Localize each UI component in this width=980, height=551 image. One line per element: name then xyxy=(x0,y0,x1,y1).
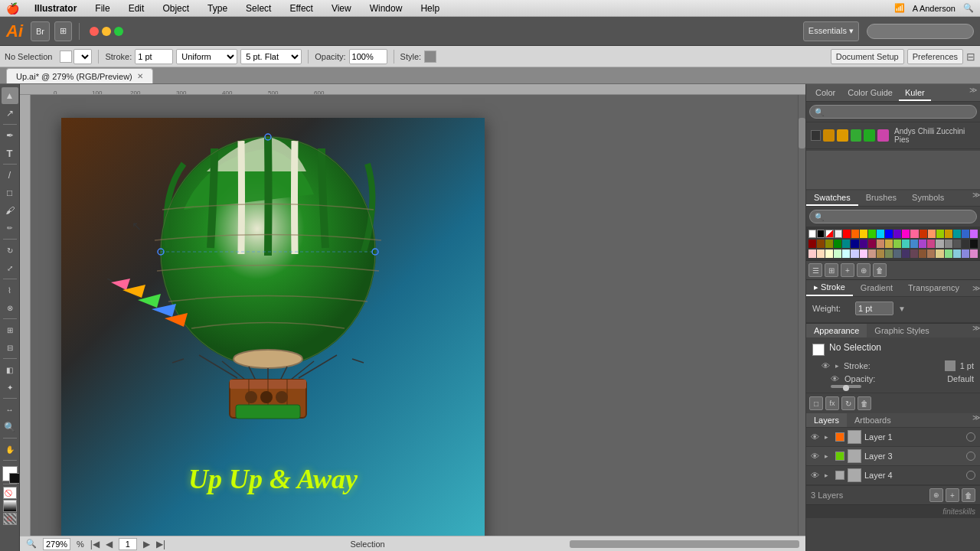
kuler-panel-collapse[interactable]: ≫ xyxy=(969,86,977,101)
swatch-grey3[interactable] xyxy=(945,240,952,248)
appear-fx-btn[interactable]: fx xyxy=(825,396,839,410)
menu-edit[interactable]: Edit xyxy=(126,3,148,14)
swatch-straw[interactable] xyxy=(936,249,943,258)
tab-graphic-styles[interactable]: Graphic Styles xyxy=(867,324,937,337)
appear-triangle-stroke[interactable]: ▸ xyxy=(835,362,839,370)
swatch-list-view[interactable]: ☰ xyxy=(808,263,822,277)
layer3-color-swatch[interactable] xyxy=(835,452,844,461)
opacity-input[interactable] xyxy=(349,49,387,64)
layer1-color-swatch[interactable] xyxy=(835,432,844,442)
fill-none-icon[interactable]: ⃠ xyxy=(3,487,17,499)
stroke-value-input[interactable] xyxy=(135,49,173,64)
stroke-type-select[interactable]: Uniform xyxy=(176,49,237,64)
swatch-midnight[interactable] xyxy=(902,249,910,258)
swatch-green[interactable] xyxy=(868,230,876,238)
type-tool[interactable]: T xyxy=(2,145,18,161)
swatch-peachlight[interactable] xyxy=(817,249,825,258)
appear-add-layer-btn[interactable]: □ xyxy=(809,396,823,410)
swatch-lightcyan[interactable] xyxy=(842,249,850,258)
grid-tool[interactable]: ⊞ xyxy=(2,321,18,338)
appear-no-sel-swatch[interactable] xyxy=(812,344,825,356)
menu-window[interactable]: Window xyxy=(367,3,406,14)
rotate-tool[interactable]: ↻ xyxy=(2,242,18,259)
swatch-steel[interactable] xyxy=(910,240,918,248)
tab-symbols[interactable]: Symbols xyxy=(904,191,952,206)
prev-button[interactable]: ◀ xyxy=(106,539,113,549)
swatch-sienna[interactable] xyxy=(919,249,926,258)
hand-tool[interactable]: ✋ xyxy=(2,441,18,458)
measure-tool[interactable]: ↔ xyxy=(2,401,18,418)
next-page-button[interactable]: ▶| xyxy=(156,539,165,549)
swatch-orchid[interactable] xyxy=(970,249,978,258)
appear-stroke-swatch[interactable] xyxy=(945,360,956,371)
gradient-tool[interactable]: ◧ xyxy=(2,361,18,378)
swatch-peach[interactable] xyxy=(877,240,884,248)
swatches-panel-collapse[interactable]: ≫ xyxy=(972,191,980,206)
color-sw-2[interactable] xyxy=(837,129,848,142)
tab-artboards[interactable]: Artboards xyxy=(847,413,899,427)
layers-panel-collapse[interactable]: ≫ xyxy=(972,413,980,427)
swatch-add-btn[interactable]: + xyxy=(841,263,854,277)
warp-tool[interactable]: ⌇ xyxy=(2,282,18,298)
appear-slider[interactable] xyxy=(831,385,861,388)
scale-tool[interactable]: ⤢ xyxy=(2,259,18,276)
swatch-pink[interactable] xyxy=(910,230,918,238)
essentials-button[interactable]: Essentials ▾ xyxy=(803,21,859,41)
menu-view[interactable]: View xyxy=(328,3,354,14)
stroke-panel-collapse[interactable]: ≫ xyxy=(972,284,980,292)
eyedropper-tool[interactable]: ✦ xyxy=(2,379,18,396)
swatch-terra[interactable] xyxy=(868,249,876,258)
doc-setup-button[interactable]: Document Setup xyxy=(831,49,904,64)
swatch-cobalt[interactable] xyxy=(962,230,969,238)
swatch-lime[interactable] xyxy=(936,230,944,238)
swatch-sand[interactable] xyxy=(927,249,935,258)
layer-row-1[interactable]: 👁 ▸ Layer 1 xyxy=(806,428,980,447)
traffic-light-red[interactable] xyxy=(90,27,99,36)
fill-pattern-icon[interactable]: □ xyxy=(3,513,17,525)
tab-appearance[interactable]: Appearance xyxy=(806,324,867,337)
layer-delete-btn[interactable]: 🗑 xyxy=(962,488,975,502)
preferences-button[interactable]: Preferences xyxy=(907,49,963,64)
layer1-circle[interactable] xyxy=(966,432,975,442)
blend-tool[interactable]: ⊗ xyxy=(2,299,18,316)
swatch-delete[interactable]: 🗑 xyxy=(873,263,887,277)
line-tool[interactable]: / xyxy=(2,167,18,184)
layer-new-btn[interactable]: + xyxy=(946,488,959,502)
stroke-end-select[interactable]: 5 pt. Flat xyxy=(240,49,302,64)
swatch-black[interactable] xyxy=(817,230,825,238)
direct-select-tool[interactable]: ↗ xyxy=(2,105,18,122)
swatch-sage[interactable] xyxy=(945,249,952,258)
tab-swatches[interactable]: Swatches xyxy=(806,191,858,206)
swatch-small-view[interactable]: ⊞ xyxy=(825,263,838,277)
swatch-army[interactable] xyxy=(885,249,893,258)
swatch-slate[interactable] xyxy=(893,249,901,258)
layer4-arrow[interactable]: ▸ xyxy=(825,471,832,479)
swatch-yellow[interactable] xyxy=(860,230,867,238)
swatches-search-input[interactable] xyxy=(809,210,977,223)
traffic-light-green[interactable] xyxy=(114,27,123,36)
panel-toggle-icon[interactable]: ⊟ xyxy=(966,51,975,63)
swatch-violet[interactable] xyxy=(919,240,926,248)
swatch-lightgreen[interactable] xyxy=(893,240,901,248)
tab-transparency[interactable]: Transparency xyxy=(900,281,967,296)
layer-row-3[interactable]: 👁 ▸ Layer 3 xyxy=(806,447,980,466)
tab-kuler[interactable]: Kuler xyxy=(899,86,931,101)
swatch-navy[interactable] xyxy=(851,240,858,248)
swatch-teal[interactable] xyxy=(953,230,961,238)
arrange-button[interactable]: ⊞ xyxy=(54,21,72,41)
appear-slider-thumb[interactable] xyxy=(843,385,849,391)
swatch-darkred[interactable] xyxy=(920,230,927,238)
style-swatch[interactable] xyxy=(424,51,436,63)
color-sw-4[interactable] xyxy=(864,129,875,142)
rect-tool[interactable]: □ xyxy=(2,184,18,201)
swatch-cream[interactable] xyxy=(825,249,833,258)
swatch-none[interactable] xyxy=(825,230,833,238)
tab-stroke[interactable]: ▸ Stroke xyxy=(806,280,853,296)
layer1-arrow[interactable]: ▸ xyxy=(825,433,832,441)
tab-layers[interactable]: Layers xyxy=(806,413,847,427)
appear-eye-opacity[interactable]: 👁 xyxy=(831,374,840,383)
prev-page-button[interactable]: |◀ xyxy=(90,539,100,549)
swatch-grey2[interactable] xyxy=(936,240,943,248)
menu-effect[interactable]: Effect xyxy=(286,3,315,14)
menu-file[interactable]: File xyxy=(92,3,113,14)
